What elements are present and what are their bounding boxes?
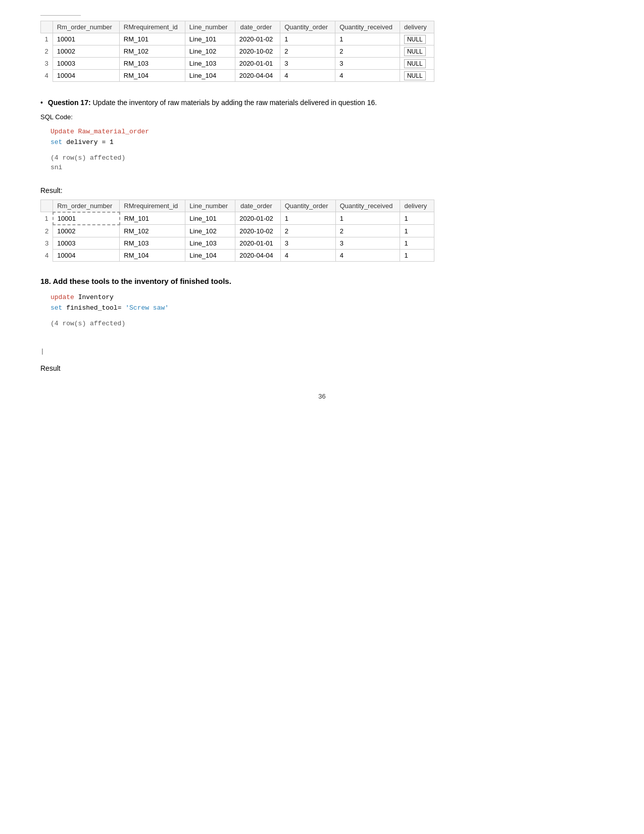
sql-keyword-update: Update Raw_material_order [51, 128, 149, 135]
q18-sql-update: update [51, 293, 74, 301]
result-section: Result: Rm_order_number RMrequirement_id… [40, 186, 604, 262]
cell-delivery: 1 [400, 237, 434, 249]
q18-cursor-line: | [40, 348, 604, 355]
q18-sql-set-field: finished_tool= [66, 304, 125, 312]
col-header-blank2 [41, 200, 53, 212]
res-col-header-qty-order: Quantity_order [280, 200, 335, 212]
q18-sql-inventory: Inventory [78, 293, 114, 301]
res-col-header-rm-req: RMrequirement_id [120, 200, 185, 212]
cell-line: Line_104 [185, 249, 235, 261]
res-col-header-line: Line_number [185, 200, 235, 212]
table-row: 2 10002 RM_102 Line_102 2020-10-02 2 2 1 [41, 225, 434, 237]
cell-rm-order: 10002 [53, 225, 120, 237]
row-num: 2 [41, 45, 53, 58]
row-num: 4 [41, 249, 53, 261]
top-divider [40, 15, 81, 16]
sql-keyword-set: set [51, 138, 62, 146]
cell-date: 2020-01-02 [235, 33, 280, 45]
sql-label: SQL Code: [40, 113, 604, 121]
q18-sql-block: update Inventory set finished_tool= 'Scr… [40, 290, 604, 316]
cell-qty-recv: 4 [335, 70, 400, 82]
cell-qty-order: 3 [280, 58, 335, 70]
col-header-date: date_order [235, 21, 280, 33]
q17-sql-block: Update Raw_material_order set delivery =… [40, 125, 604, 150]
cell-qty-recv: 2 [335, 45, 400, 58]
cell-rm-order: 10001 [53, 212, 120, 225]
cell-rm-order: 10001 [53, 33, 119, 45]
cell-qty-order: 2 [280, 225, 335, 237]
cell-line: Line_102 [185, 225, 235, 237]
table-row: 4 10004 RM_104 Line_104 2020-04-04 4 4 N… [41, 70, 434, 82]
cell-date: 2020-04-04 [235, 249, 281, 261]
top-table: Rm_order_number RMrequirement_id Line_nu… [40, 21, 434, 82]
q18-sql-str-val: 'Screw saw' [125, 304, 169, 312]
cell-rm-req: RM_101 [120, 212, 185, 225]
cell-qty-order: 2 [280, 45, 335, 58]
row-num: 4 [41, 70, 53, 82]
sql-delivery-assign: delivery = 1 [66, 138, 114, 146]
cell-rm-order: 10004 [53, 249, 120, 261]
q18-result-label: Result [40, 364, 604, 372]
cell-qty-order: 4 [280, 70, 335, 82]
col-header-delivery: delivery [400, 21, 434, 33]
top-section: Rm_order_number RMrequirement_id Line_nu… [40, 15, 604, 82]
cell-qty-recv: 1 [335, 212, 400, 225]
cell-date: 2020-01-01 [235, 237, 281, 249]
cell-line: Line_104 [185, 70, 235, 82]
res-col-header-delivery: delivery [400, 200, 434, 212]
cell-qty-order: 4 [280, 249, 335, 261]
cell-delivery: NULL [400, 33, 434, 45]
cell-rm-req: RM_102 [120, 225, 185, 237]
row-num: 2 [41, 225, 53, 237]
table-row: 1 10001 RM_101 Line_101 2020-01-02 1 1 N… [41, 33, 434, 45]
q17-cursor: sni [40, 164, 604, 171]
cell-rm-req: RM_103 [120, 237, 185, 249]
q17-label: Question 17: [48, 99, 91, 107]
cell-qty-recv: 3 [335, 58, 400, 70]
q17-section: • Question 17: Update the inventory of r… [40, 97, 604, 171]
col-header-blank [41, 21, 53, 33]
table-row: 2 10002 RM_102 Line_102 2020-10-02 2 2 N… [41, 45, 434, 58]
cell-rm-req: RM_104 [119, 70, 185, 82]
q18-section: 18. Add these tools to the inventory of … [40, 277, 604, 372]
cell-line: Line_103 [185, 237, 235, 249]
cell-delivery: 1 [400, 212, 434, 225]
cell-line: Line_101 [185, 212, 235, 225]
page-number: 36 [40, 393, 604, 400]
table-row: 1 10001 RM_101 Line_101 2020-01-02 1 1 1 [41, 212, 434, 225]
cell-delivery: NULL [400, 70, 434, 82]
q17-text: Update the inventory of raw materials by… [92, 99, 377, 107]
table-row: 3 10003 RM_103 Line_103 2020-01-01 3 3 N… [41, 58, 434, 70]
q18-heading: 18. Add these tools to the inventory of … [40, 277, 604, 285]
q18-result-text: (4 row(s) affected) [40, 320, 604, 327]
cell-rm-req: RM_104 [120, 249, 185, 261]
cell-line: Line_101 [185, 33, 235, 45]
res-col-header-date: date_order [235, 200, 281, 212]
cell-line: Line_103 [185, 58, 235, 70]
cell-delivery: 1 [400, 225, 434, 237]
cell-qty-order: 1 [280, 212, 335, 225]
q17-question: • Question 17: Update the inventory of r… [40, 97, 604, 108]
cell-date: 2020-04-04 [235, 70, 280, 82]
cell-delivery: NULL [400, 58, 434, 70]
col-header-qty-recv: Quantity_received [335, 21, 400, 33]
res-col-header-qty-recv: Quantity_received [335, 200, 400, 212]
cell-rm-order: 10003 [53, 58, 119, 70]
col-header-rm-req: RMrequirement_id [119, 21, 185, 33]
cell-rm-req: RM_103 [119, 58, 185, 70]
cell-rm-order: 10004 [53, 70, 119, 82]
cell-delivery: NULL [400, 45, 434, 58]
cell-qty-recv: 2 [335, 225, 400, 237]
col-header-rm-order: Rm_order_number [53, 21, 119, 33]
cell-rm-order: 10002 [53, 45, 119, 58]
res-col-header-rm-order: Rm_order_number [53, 200, 120, 212]
bullet-icon: • [40, 97, 43, 108]
result-table: Rm_order_number RMrequirement_id Line_nu… [40, 200, 434, 262]
row-num: 1 [41, 33, 53, 45]
q18-sql-set: set [51, 304, 62, 312]
cell-delivery: 1 [400, 249, 434, 261]
cell-rm-order: 10003 [53, 237, 120, 249]
col-header-line: Line_number [185, 21, 235, 33]
cell-date: 2020-01-01 [235, 58, 280, 70]
cell-qty-order: 1 [280, 33, 335, 45]
